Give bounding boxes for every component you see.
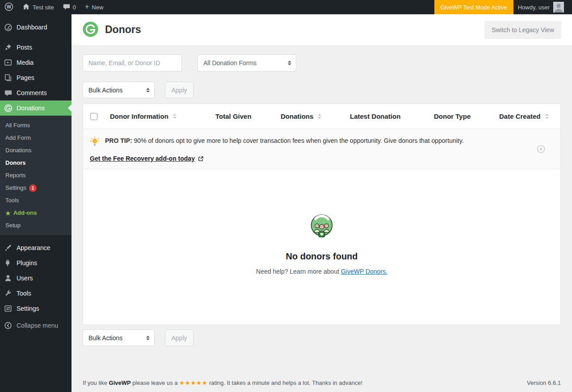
pro-tip-banner: PRO TIP: 90% of donors opt to give more … (83, 129, 560, 169)
apply-button-bottom[interactable]: Apply (165, 329, 193, 346)
submenu-item-donations[interactable]: Donations (0, 144, 72, 157)
column-header-donor-information[interactable]: Donor Information (110, 113, 215, 120)
submenu-item-setup[interactable]: Setup (0, 219, 72, 232)
page-header: Donors Switch to Legacy View (72, 14, 572, 45)
select-caret-icon (146, 88, 150, 92)
submenu-label: Add-ons (13, 209, 37, 217)
submenu-label: Reports (5, 171, 26, 179)
external-link-icon (198, 156, 204, 162)
new-content-button[interactable]: + New (80, 0, 108, 14)
page-title: Donors (105, 24, 141, 36)
sidebar-item-label: Users (17, 275, 33, 282)
column-header-date-created[interactable]: Date Created (499, 113, 560, 120)
submenu-label: Setup (5, 221, 21, 229)
select-caret-icon (146, 336, 150, 340)
bulk-actions-bar-top: Bulk Actions Apply (72, 82, 572, 98)
switch-legacy-view-button[interactable]: Switch to Legacy View (484, 21, 561, 39)
submenu-item-reports[interactable]: Reports (0, 169, 72, 182)
admin-footer: If you like GiveWP please leave us a ★★★… (72, 379, 572, 392)
lightbulb-icon (90, 136, 100, 149)
sidebar-item-appearance[interactable]: Appearance (0, 240, 72, 255)
donor-search-input[interactable] (83, 54, 182, 71)
sidebar-item-tools[interactable]: Tools (0, 286, 72, 301)
submenu-item-add-ons[interactable]: ★ Add-ons (0, 207, 72, 219)
sidebar-item-dashboard[interactable]: Dashboard (0, 20, 72, 35)
submenu-item-tools[interactable]: Tools (0, 194, 72, 207)
wordpress-menu-button[interactable]: W (0, 0, 18, 14)
submenu-item-donors[interactable]: Donors (0, 157, 72, 169)
plus-icon: + (85, 3, 89, 10)
appearance-icon (4, 244, 13, 252)
star-icon: ★ (5, 210, 11, 216)
tools-icon (4, 289, 13, 297)
admin-bar-right: GiveWP Test Mode Active Howdy, user (434, 0, 572, 14)
column-header-donations[interactable]: Donations (281, 113, 350, 120)
plugins-icon (4, 259, 13, 267)
apply-button[interactable]: Apply (165, 82, 193, 98)
givewp-test-mode-badge[interactable]: GiveWP Test Mode Active (434, 0, 513, 14)
submenu-item-settings[interactable]: Settings 1 (0, 182, 72, 194)
column-label: Donor Type (434, 113, 471, 120)
dashboard-icon (4, 23, 13, 32)
select-all-checkbox[interactable] (90, 113, 97, 120)
sidebar-item-label: Posts (17, 44, 32, 51)
media-icon (4, 58, 13, 67)
column-label: Donations (281, 113, 313, 120)
empty-state: No donors found Need help? Learn more ab… (83, 169, 560, 325)
sidebar-item-collapse-menu[interactable]: Collapse menu (0, 318, 72, 333)
sidebar-item-comments[interactable]: Comments (0, 85, 72, 100)
sidebar-item-label: Comments (17, 89, 47, 96)
submenu-item-all-forms[interactable]: All Forms (0, 119, 72, 132)
sidebar-item-posts[interactable]: Posts (0, 40, 72, 55)
dismiss-icon[interactable] (537, 145, 545, 153)
sidebar-item-users[interactable]: Users (0, 271, 72, 286)
fee-recovery-link[interactable]: Get the Fee Recovery add-on today (90, 155, 204, 162)
sidebar-item-label: Collapse menu (17, 322, 58, 329)
sidebar-item-plugins[interactable]: Plugins (0, 255, 72, 271)
donation-forms-select[interactable]: All Donation Forms (198, 54, 296, 71)
sidebar-item-label: Tools (17, 290, 31, 297)
footer-text: please leave us a (132, 379, 177, 386)
sort-icon (545, 114, 549, 119)
menu-separator (0, 35, 72, 40)
sidebar-item-pages[interactable]: Pages (0, 70, 72, 85)
footer-rating-text: If you like GiveWP please leave us a ★★★… (83, 379, 362, 386)
posts-icon (4, 43, 13, 51)
givewp-donors-link[interactable]: GiveWP Donors. (341, 268, 387, 275)
empty-state-help: Need help? Learn more about GiveWP Donor… (256, 268, 387, 275)
version-label: Version 6.6.1 (527, 379, 561, 386)
sidebar-item-donations[interactable]: Donations (0, 100, 72, 116)
collapse-menu-icon (4, 321, 13, 329)
howdy-user-menu[interactable]: Howdy, user (513, 0, 572, 14)
comments-shortcut[interactable]: 0 (59, 0, 80, 14)
submenu-label: Add Form (5, 134, 31, 142)
sidebar-item-settings[interactable]: Settings (0, 301, 72, 316)
sidebar-item-media[interactable]: Media (0, 55, 72, 70)
site-name-link[interactable]: Test site (18, 0, 59, 14)
submenu-label: Settings (5, 184, 26, 192)
column-header-latest-donation: Latest Donation (350, 113, 434, 120)
empty-state-illustration (304, 211, 339, 244)
column-label: Latest Donation (350, 113, 400, 120)
column-label: Total Given (215, 113, 252, 120)
wordpress-logo-icon: W (4, 2, 13, 13)
bulk-actions-select-value: Bulk Actions (88, 87, 122, 94)
sidebar-item-label: Pages (17, 74, 34, 81)
users-icon (4, 274, 13, 282)
sidebar-item-label: Settings (17, 305, 39, 312)
settings-icon (4, 304, 13, 313)
sidebar-item-label: Dashboard (17, 24, 47, 31)
settings-update-badge: 1 (29, 184, 37, 192)
empty-help-text: Need help? Learn more about (256, 268, 339, 275)
bulk-actions-select-bottom[interactable]: Bulk Actions (83, 329, 155, 346)
submenu-label: Donors (5, 159, 26, 167)
pro-tip-text-row: PRO TIP: 90% of donors opt to give more … (90, 136, 535, 149)
admin-layout: Dashboard Posts Media Pages Comments D (0, 14, 572, 392)
donors-table-header: Donor Information Total Given Donations … (83, 104, 560, 129)
sort-icon (318, 114, 321, 119)
bulk-actions-select[interactable]: Bulk Actions (83, 82, 155, 98)
select-caret-icon (288, 61, 291, 65)
menu-separator (0, 235, 72, 240)
column-header-donor-type: Donor Type (434, 113, 499, 120)
submenu-item-add-form[interactable]: Add Form (0, 132, 72, 144)
